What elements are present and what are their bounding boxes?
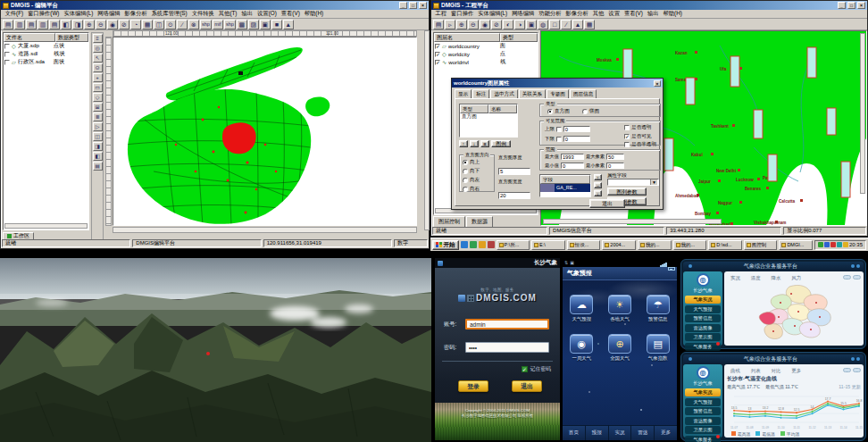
- col-layertype[interactable]: 类型: [500, 33, 538, 42]
- province-map[interactable]: [727, 281, 863, 344]
- content-tab[interactable]: 对比: [768, 367, 785, 374]
- sidebar-menu-item[interactable]: 预警信息: [685, 314, 721, 322]
- app-tile[interactable]: ☀ 各地天气: [605, 295, 635, 322]
- nav-tab[interactable]: 实况: [609, 426, 631, 440]
- menu-item[interactable]: 功能分析: [537, 10, 563, 18]
- toolbar-icon[interactable]: ◐: [503, 20, 513, 29]
- taskbar-item[interactable]: D:\sd...: [708, 240, 742, 250]
- tray-icon[interactable]: [843, 242, 848, 247]
- toolbar-icon[interactable]: ▨: [248, 20, 259, 29]
- format-chip[interactable]: shp: [200, 20, 212, 29]
- layer-checkbox[interactable]: [435, 60, 440, 65]
- content-tab[interactable]: 降水: [768, 274, 785, 281]
- layer-checkbox[interactable]: [4, 44, 10, 49]
- menu-item[interactable]: 帮助(H): [661, 10, 684, 18]
- app-tile[interactable]: ☁ 天气预报: [566, 295, 597, 322]
- layer-checkbox[interactable]: [4, 60, 10, 65]
- toolbar-icon[interactable]: ⊖: [468, 20, 479, 29]
- toolbar-icon[interactable]: ⊗: [188, 20, 199, 29]
- taskbar-item[interactable]: P:\所...: [497, 240, 530, 250]
- quicklaunch-folder-icon[interactable]: [479, 241, 486, 248]
- legend-button[interactable]: 图例: [491, 140, 511, 147]
- side-tool-icon[interactable]: ◨: [93, 142, 103, 151]
- export-pill[interactable]: [843, 368, 851, 372]
- tray-icon[interactable]: [830, 242, 836, 247]
- toolbar-icon[interactable]: ⊙: [165, 20, 176, 29]
- layer-row[interactable]: ▱ 行政区.sda 面状: [4, 58, 88, 66]
- menu-item[interactable]: 输出: [645, 10, 661, 18]
- menu-item[interactable]: 网络编辑: [510, 10, 537, 18]
- layer-row[interactable]: ∿ 道路.sdl 线状: [4, 50, 88, 58]
- quicklaunch-ie-icon[interactable]: [461, 241, 468, 248]
- legend-pill[interactable]: [843, 275, 851, 279]
- exit-button[interactable]: 退出: [512, 380, 542, 392]
- side-tool-icon[interactable]: ◫: [93, 132, 103, 141]
- close-icon[interactable]: ×: [419, 2, 427, 9]
- app-tile[interactable]: ⊕ 全国天气: [605, 334, 635, 362]
- toolbar-icon[interactable]: ▦: [584, 20, 595, 29]
- sidebar-menu-item[interactable]: 气象服务: [685, 436, 721, 442]
- toolbar-icon[interactable]: ▲: [572, 20, 583, 29]
- toolbar-icon[interactable]: ▤: [433, 20, 444, 29]
- reorder-button[interactable]: ≡: [480, 140, 489, 147]
- nav-tab[interactable]: 雷达: [631, 426, 654, 440]
- toolbar-icon[interactable]: ⊕: [84, 20, 95, 29]
- menu-item[interactable]: 影像分析: [563, 10, 590, 18]
- tray-icon[interactable]: [824, 242, 830, 247]
- map-hscroll[interactable]: [113, 227, 417, 233]
- semitransparent-checkbox[interactable]: 是否半透明: [624, 141, 656, 148]
- layer-row[interactable]: ∿ worldrivl 线: [434, 58, 538, 66]
- login-button[interactable]: 登录: [458, 380, 488, 392]
- close-icon[interactable]: ×: [857, 2, 865, 9]
- settings-dot[interactable]: [851, 357, 855, 361]
- app-tile[interactable]: ☂ 预警信息: [643, 295, 673, 322]
- field-remove-button[interactable]: –: [594, 182, 602, 188]
- project-titlebar[interactable]: DMGIS - 工程平台 _ □ ×: [431, 1, 867, 10]
- taskbar-item[interactable]: 图控制: [744, 240, 778, 250]
- toolbar-icon[interactable]: ⊘: [119, 20, 129, 29]
- visible-checkbox[interactable]: 是否可见: [624, 133, 656, 140]
- field-up-button[interactable]: ↑: [594, 174, 602, 180]
- direction-radio[interactable]: 向右: [463, 186, 491, 193]
- taskbar-item[interactable]: 我的...: [638, 240, 672, 250]
- sidebar-menu-item[interactable]: 气象服务: [685, 343, 721, 351]
- side-tool-icon[interactable]: ▤: [93, 162, 103, 171]
- exit-button[interactable]: 退出: [589, 199, 625, 208]
- sidebar-menu-item[interactable]: 雷达图像: [685, 324, 721, 332]
- toolbar-icon[interactable]: ▣: [526, 20, 537, 29]
- side-tool-icon[interactable]: ▭: [93, 83, 103, 92]
- map-hscroll[interactable]: [543, 219, 722, 224]
- side-tool-icon[interactable]: ⊙: [93, 63, 103, 72]
- col-name[interactable]: 名称: [488, 104, 517, 113]
- sidebar-menu-item[interactable]: 预警信息: [685, 407, 721, 415]
- sidebar-menu-item[interactable]: 卫星云图: [685, 426, 721, 434]
- menu-item[interactable]: 查看(V): [622, 10, 645, 18]
- side-tool-icon[interactable]: +: [93, 73, 103, 82]
- lower-checkbox[interactable]: [556, 137, 562, 142]
- toolbar-icon[interactable]: ◧: [61, 20, 71, 29]
- toolbar-icon[interactable]: ▤: [49, 20, 60, 29]
- dialog-titlebar[interactable]: worldcountry图层属性 ×: [452, 79, 663, 88]
- lower-input[interactable]: [563, 136, 590, 142]
- taskbar-item[interactable]: 恒设...: [567, 240, 601, 250]
- menu-item[interactable]: 实体编辑(L): [62, 10, 96, 18]
- menu-item[interactable]: 其他(T): [216, 10, 239, 18]
- content-tab[interactable]: 实况: [727, 274, 744, 281]
- list-row-histogram[interactable]: 直方图: [460, 113, 517, 121]
- close-icon[interactable]: ×: [654, 80, 661, 87]
- close-dot[interactable]: [856, 264, 860, 268]
- menu-item[interactable]: 设置(O): [255, 10, 280, 18]
- side-tool-icon[interactable]: ≡: [93, 34, 103, 43]
- menu-item[interactable]: 影像分析: [122, 10, 149, 18]
- start-button[interactable]: 开始: [432, 240, 459, 250]
- layer-checkbox[interactable]: [435, 44, 440, 49]
- sidebar-menu-item[interactable]: 天气预报: [685, 398, 721, 406]
- toolbar-icon[interactable]: ◑: [514, 20, 525, 29]
- quicklaunch-desktop-icon[interactable]: [470, 241, 477, 248]
- tray-icon[interactable]: [837, 242, 842, 247]
- toolbar-icon[interactable]: ⊘: [491, 20, 502, 29]
- content-tab[interactable]: 风力: [788, 274, 805, 281]
- format-chip[interactable]: mif: [213, 20, 223, 29]
- content-tab[interactable]: 更多: [788, 367, 805, 374]
- app-tile[interactable]: ▤ 气象指数: [643, 334, 673, 362]
